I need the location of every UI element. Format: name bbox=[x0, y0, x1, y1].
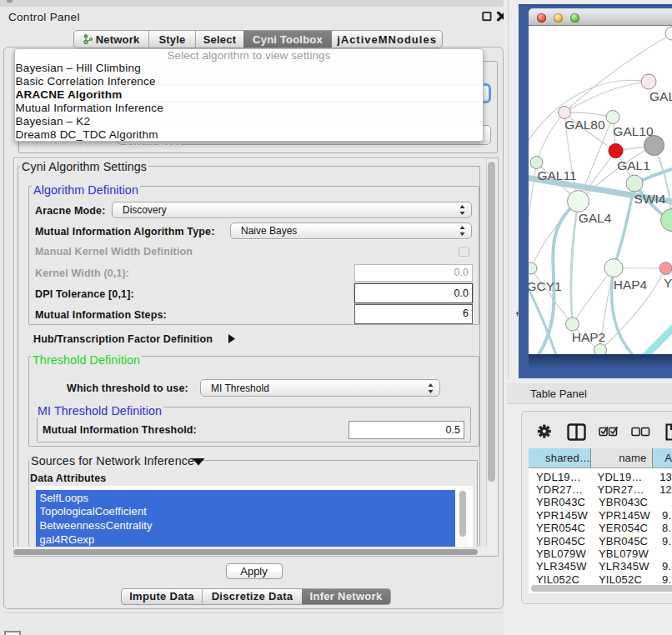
svg-text:GAL11: GAL11 bbox=[537, 168, 576, 182]
svg-text:GAL4: GAL4 bbox=[579, 211, 612, 225]
svg-text:GAL80: GAL80 bbox=[564, 118, 605, 132]
svg-text:YB: YB bbox=[664, 276, 672, 290]
svg-text:GAL10: GAL10 bbox=[613, 124, 654, 138]
svg-text:GAL2: GAL2 bbox=[649, 89, 672, 103]
svg-text:GCY1: GCY1 bbox=[529, 279, 562, 293]
svg-text:HAP4: HAP4 bbox=[614, 278, 648, 292]
svg-text:SWI4: SWI4 bbox=[634, 192, 666, 206]
svg-text:GAL1: GAL1 bbox=[617, 158, 650, 172]
svg-text:HAP2: HAP2 bbox=[572, 330, 606, 344]
